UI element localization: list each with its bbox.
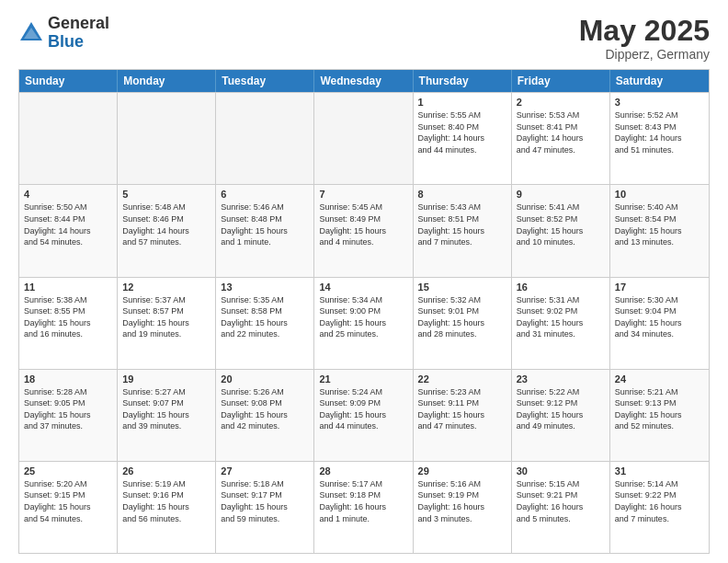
- calendar-cell: [314, 93, 413, 184]
- day-number: 5: [122, 189, 210, 200]
- calendar-cell: 26Sunrise: 5:19 AM Sunset: 9:16 PM Dayli…: [118, 462, 216, 553]
- day-info: Sunrise: 5:20 AM Sunset: 9:15 PM Dayligh…: [24, 478, 112, 524]
- calendar-cell: [216, 93, 314, 184]
- day-number: 14: [319, 282, 407, 293]
- day-info: Sunrise: 5:22 AM Sunset: 9:12 PM Dayligh…: [517, 386, 605, 432]
- day-info: Sunrise: 5:16 AM Sunset: 9:19 PM Dayligh…: [418, 478, 506, 524]
- calendar-cell: 9Sunrise: 5:41 AM Sunset: 8:52 PM Daylig…: [512, 185, 610, 276]
- day-number: 17: [615, 282, 704, 293]
- calendar: SundayMondayTuesdayWednesdayThursdayFrid…: [18, 69, 710, 554]
- day-number: 1: [418, 97, 506, 108]
- calendar-cell: 10Sunrise: 5:40 AM Sunset: 8:54 PM Dayli…: [610, 185, 709, 276]
- day-info: Sunrise: 5:41 AM Sunset: 8:52 PM Dayligh…: [517, 201, 605, 247]
- day-number: 29: [418, 465, 506, 477]
- day-info: Sunrise: 5:52 AM Sunset: 8:43 PM Dayligh…: [615, 109, 704, 155]
- calendar-row-1: 1Sunrise: 5:55 AM Sunset: 8:40 PM Daylig…: [19, 92, 709, 184]
- day-number: 10: [615, 189, 704, 200]
- day-info: Sunrise: 5:40 AM Sunset: 8:54 PM Dayligh…: [615, 201, 704, 247]
- title-block: May 2025 Dipperz, Germany: [579, 15, 710, 62]
- calendar-cell: 7Sunrise: 5:45 AM Sunset: 8:49 PM Daylig…: [314, 185, 413, 276]
- calendar-body: 1Sunrise: 5:55 AM Sunset: 8:40 PM Daylig…: [19, 92, 709, 553]
- day-number: 30: [517, 465, 605, 477]
- calendar-cell: 4Sunrise: 5:50 AM Sunset: 8:44 PM Daylig…: [19, 185, 118, 276]
- calendar-row-3: 11Sunrise: 5:38 AM Sunset: 8:55 PM Dayli…: [19, 277, 709, 369]
- day-info: Sunrise: 5:38 AM Sunset: 8:55 PM Dayligh…: [24, 294, 112, 340]
- day-info: Sunrise: 5:37 AM Sunset: 8:57 PM Dayligh…: [122, 294, 210, 340]
- calendar-cell: 2Sunrise: 5:53 AM Sunset: 8:41 PM Daylig…: [512, 93, 610, 184]
- calendar-cell: 28Sunrise: 5:17 AM Sunset: 9:18 PM Dayli…: [314, 462, 413, 553]
- calendar-cell: 24Sunrise: 5:21 AM Sunset: 9:13 PM Dayli…: [610, 370, 709, 461]
- day-number: 16: [517, 282, 605, 293]
- header-cell-thursday: Thursday: [414, 70, 512, 92]
- calendar-cell: 14Sunrise: 5:34 AM Sunset: 9:00 PM Dayli…: [314, 278, 413, 369]
- day-number: 2: [517, 97, 605, 108]
- day-number: 9: [517, 189, 605, 200]
- calendar-row-5: 25Sunrise: 5:20 AM Sunset: 9:15 PM Dayli…: [19, 461, 709, 553]
- calendar-cell: 20Sunrise: 5:26 AM Sunset: 9:08 PM Dayli…: [216, 370, 314, 461]
- location: Dipperz, Germany: [579, 47, 710, 62]
- day-info: Sunrise: 5:45 AM Sunset: 8:49 PM Dayligh…: [319, 201, 407, 247]
- calendar-cell: 3Sunrise: 5:52 AM Sunset: 8:43 PM Daylig…: [610, 93, 709, 184]
- day-info: Sunrise: 5:48 AM Sunset: 8:46 PM Dayligh…: [122, 201, 210, 247]
- day-info: Sunrise: 5:15 AM Sunset: 9:21 PM Dayligh…: [517, 478, 605, 524]
- day-number: 15: [418, 282, 506, 293]
- day-info: Sunrise: 5:27 AM Sunset: 9:07 PM Dayligh…: [122, 386, 210, 432]
- calendar-cell: 19Sunrise: 5:27 AM Sunset: 9:07 PM Dayli…: [118, 370, 216, 461]
- day-number: 31: [615, 465, 704, 477]
- day-info: Sunrise: 5:18 AM Sunset: 9:17 PM Dayligh…: [221, 478, 309, 524]
- calendar-cell: 13Sunrise: 5:35 AM Sunset: 8:58 PM Dayli…: [216, 278, 314, 369]
- calendar-cell: 8Sunrise: 5:43 AM Sunset: 8:51 PM Daylig…: [414, 185, 512, 276]
- day-number: 27: [221, 465, 309, 477]
- logo-blue: Blue: [48, 33, 109, 52]
- day-number: 18: [24, 373, 112, 385]
- header-cell-sunday: Sunday: [19, 70, 118, 92]
- calendar-cell: 27Sunrise: 5:18 AM Sunset: 9:17 PM Dayli…: [216, 462, 314, 553]
- day-info: Sunrise: 5:43 AM Sunset: 8:51 PM Dayligh…: [418, 201, 506, 247]
- calendar-cell: 29Sunrise: 5:16 AM Sunset: 9:19 PM Dayli…: [414, 462, 512, 553]
- calendar-cell: 16Sunrise: 5:31 AM Sunset: 9:02 PM Dayli…: [512, 278, 610, 369]
- day-number: 26: [122, 465, 210, 477]
- calendar-row-4: 18Sunrise: 5:28 AM Sunset: 9:05 PM Dayli…: [19, 369, 709, 461]
- calendar-cell: 21Sunrise: 5:24 AM Sunset: 9:09 PM Dayli…: [314, 370, 413, 461]
- day-info: Sunrise: 5:34 AM Sunset: 9:00 PM Dayligh…: [319, 294, 407, 340]
- day-info: Sunrise: 5:55 AM Sunset: 8:40 PM Dayligh…: [418, 109, 506, 155]
- day-info: Sunrise: 5:50 AM Sunset: 8:44 PM Dayligh…: [24, 201, 112, 247]
- calendar-cell: 1Sunrise: 5:55 AM Sunset: 8:40 PM Daylig…: [414, 93, 512, 184]
- calendar-row-2: 4Sunrise: 5:50 AM Sunset: 8:44 PM Daylig…: [19, 184, 709, 276]
- calendar-cell: 12Sunrise: 5:37 AM Sunset: 8:57 PM Dayli…: [118, 278, 216, 369]
- calendar-cell: 22Sunrise: 5:23 AM Sunset: 9:11 PM Dayli…: [414, 370, 512, 461]
- day-info: Sunrise: 5:26 AM Sunset: 9:08 PM Dayligh…: [221, 386, 309, 432]
- day-number: 24: [615, 373, 704, 385]
- header-cell-tuesday: Tuesday: [216, 70, 314, 92]
- day-number: 11: [24, 282, 112, 293]
- day-number: 19: [122, 373, 210, 385]
- calendar-cell: 25Sunrise: 5:20 AM Sunset: 9:15 PM Dayli…: [19, 462, 118, 553]
- day-info: Sunrise: 5:53 AM Sunset: 8:41 PM Dayligh…: [517, 109, 605, 155]
- logo-text: General Blue: [48, 15, 109, 52]
- calendar-cell: 30Sunrise: 5:15 AM Sunset: 9:21 PM Dayli…: [512, 462, 610, 553]
- day-info: Sunrise: 5:17 AM Sunset: 9:18 PM Dayligh…: [319, 478, 407, 524]
- day-info: Sunrise: 5:14 AM Sunset: 9:22 PM Dayligh…: [615, 478, 704, 524]
- day-number: 28: [319, 465, 407, 477]
- header-cell-monday: Monday: [118, 70, 216, 92]
- day-info: Sunrise: 5:46 AM Sunset: 8:48 PM Dayligh…: [221, 201, 309, 247]
- calendar-cell: 31Sunrise: 5:14 AM Sunset: 9:22 PM Dayli…: [610, 462, 709, 553]
- calendar-cell: 17Sunrise: 5:30 AM Sunset: 9:04 PM Dayli…: [610, 278, 709, 369]
- calendar-cell: 15Sunrise: 5:32 AM Sunset: 9:01 PM Dayli…: [414, 278, 512, 369]
- logo-icon: [18, 20, 44, 46]
- day-number: 12: [122, 282, 210, 293]
- page: General Blue May 2025 Dipperz, Germany S…: [0, 0, 728, 563]
- header-cell-wednesday: Wednesday: [314, 70, 413, 92]
- day-number: 13: [221, 282, 309, 293]
- calendar-cell: [118, 93, 216, 184]
- calendar-cell: 18Sunrise: 5:28 AM Sunset: 9:05 PM Dayli…: [19, 370, 118, 461]
- calendar-cell: 6Sunrise: 5:46 AM Sunset: 8:48 PM Daylig…: [216, 185, 314, 276]
- day-info: Sunrise: 5:23 AM Sunset: 9:11 PM Dayligh…: [418, 386, 506, 432]
- day-number: 22: [418, 373, 506, 385]
- day-number: 4: [24, 189, 112, 200]
- day-info: Sunrise: 5:28 AM Sunset: 9:05 PM Dayligh…: [24, 386, 112, 432]
- day-number: 6: [221, 189, 309, 200]
- day-number: 20: [221, 373, 309, 385]
- day-number: 25: [24, 465, 112, 477]
- day-info: Sunrise: 5:32 AM Sunset: 9:01 PM Dayligh…: [418, 294, 506, 340]
